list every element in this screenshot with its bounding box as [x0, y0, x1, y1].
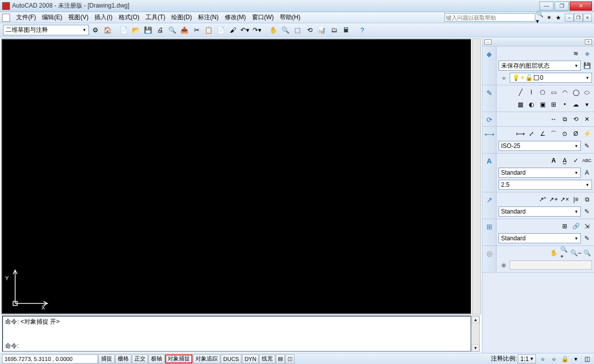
mleader-icon[interactable]: ↗° [537, 194, 548, 204]
layer-state-combo[interactable]: 未保存的图层状态 ▼ [499, 61, 581, 71]
dimension-tab-icon[interactable]: ⟷ [485, 130, 494, 139]
textheight-combo[interactable]: 2.5 ▼ [499, 180, 592, 190]
minimize-button[interactable]: — [539, 2, 554, 11]
panel-collapse-button[interactable]: – [484, 39, 491, 44]
properties-icon[interactable]: 📊 [316, 25, 327, 36]
mleader-add-icon[interactable]: ↗+ [549, 194, 559, 204]
menu-dimension[interactable]: 标注(N) [195, 12, 222, 23]
menu-help[interactable]: 帮助(H) [277, 12, 304, 23]
dyn-toggle[interactable]: DYN [242, 354, 259, 363]
menu-modify[interactable]: 修改(M) [222, 12, 249, 23]
layer-states-icon[interactable]: ≋ [571, 48, 581, 59]
table-tab-icon[interactable]: ⊞ [485, 222, 494, 231]
open-icon[interactable]: 📂 [130, 25, 141, 36]
dim-diameter-icon[interactable]: Ø [571, 129, 581, 139]
matchprop-icon[interactable]: 🖌 [227, 25, 238, 36]
ducs-toggle[interactable]: DUCS [221, 354, 241, 363]
dim-aligned-icon[interactable]: ⤢ [526, 129, 536, 139]
text-tab-icon[interactable]: A [485, 157, 494, 166]
ortho-toggle[interactable]: 正交 [132, 354, 148, 363]
search-icon[interactable]: 🔍▾ [535, 13, 544, 22]
grid-toggle[interactable]: 栅格 [115, 354, 131, 363]
designcenter-icon[interactable]: 🗂 [328, 25, 339, 36]
scroll-down-icon[interactable]: ▼ [472, 344, 479, 351]
revision-cloud-icon[interactable]: ☁ [571, 99, 581, 110]
ann-lock-icon[interactable]: 🔒 [560, 354, 570, 364]
ann-scale-combo[interactable]: 1:1 ▾ [518, 354, 536, 363]
mleaderstyle-edit-icon[interactable]: ✎ [582, 206, 592, 217]
hatch-icon[interactable]: ▦ [515, 99, 525, 110]
line-icon[interactable]: ╱ [515, 87, 525, 97]
table-extract-icon[interactable]: ⇲ [582, 221, 592, 231]
paste-icon[interactable]: 📄 [215, 25, 226, 36]
menu-edit[interactable]: 编辑(E) [39, 12, 65, 23]
redo-icon[interactable]: ↷▾ [252, 25, 263, 36]
tablestyle-combo[interactable]: Standard ▼ [499, 233, 581, 243]
rotate-icon[interactable]: ⟲ [571, 114, 581, 124]
textstyle-combo[interactable]: Standard ▼ [499, 168, 581, 178]
otrack-toggle[interactable]: 对象追踪 [193, 354, 220, 363]
textstyle-edit-icon[interactable]: A [582, 168, 592, 178]
mleader-collect-icon[interactable]: ⧉ [582, 194, 592, 204]
polygon-icon[interactable]: ⬠ [537, 87, 548, 97]
mleader-align-icon[interactable]: |≡ [571, 194, 581, 204]
dim-angular-icon[interactable]: ∠ [537, 129, 548, 139]
menu-view[interactable]: 视图(V) [65, 12, 91, 23]
tablestyle-edit-icon[interactable]: ✎ [582, 233, 592, 243]
menu-tools[interactable]: 工具(T) [142, 12, 168, 23]
scroll-up-icon[interactable]: ▲ [472, 316, 479, 323]
nav-pan-icon[interactable]: ✋ [549, 248, 559, 258]
command-scrollbar[interactable]: ▲ ▼ [471, 316, 480, 352]
layers-tab-icon[interactable]: ◆ [485, 49, 494, 59]
pline-icon[interactable]: ⌇ [526, 87, 536, 97]
point-icon[interactable]: • [560, 99, 570, 110]
dimstyle-combo[interactable]: ISO-25 ▼ [499, 141, 581, 151]
copy-obj-icon[interactable]: ⧉ [560, 114, 570, 124]
circle-icon[interactable]: ◯ [571, 87, 581, 97]
modify-tab-icon[interactable]: ⟳ [485, 115, 494, 124]
find-text-icon[interactable]: ABC [582, 155, 592, 166]
mtext-icon[interactable]: A [549, 155, 559, 166]
workspace-settings-icon[interactable]: ⚙ [90, 25, 101, 36]
dim-arc-icon[interactable]: ⌒ [549, 129, 559, 139]
rectangle-icon[interactable]: ▭ [549, 87, 559, 97]
app-menu-icon[interactable] [2, 14, 10, 22]
calculator-icon[interactable]: 🖩 [340, 25, 352, 36]
mdi-restore-button[interactable]: ❐ [574, 14, 583, 22]
maximize-button[interactable]: ❐ [555, 2, 569, 11]
ann-autoscale-icon[interactable]: ⟐ [537, 354, 548, 364]
close-button[interactable]: ✕ [570, 2, 592, 11]
ann-visibility-icon[interactable]: ⟐ [549, 354, 559, 364]
spellcheck-icon[interactable]: ✓ [571, 155, 581, 166]
arc-icon[interactable]: ◠ [560, 87, 570, 97]
nav-zoom-win-icon[interactable]: 🔍– [571, 248, 581, 258]
favorites-icon[interactable]: ★ [554, 13, 563, 22]
gradient-icon[interactable]: ◐ [526, 99, 536, 110]
dtext-icon[interactable]: A̲ [560, 155, 570, 166]
mleaderstyle-combo[interactable]: Standard ▼ [499, 206, 581, 217]
menu-file[interactable]: 文件(F) [13, 12, 39, 23]
more-draw-icon[interactable]: ▾ [582, 99, 592, 110]
publish-icon[interactable]: 📤 [179, 25, 190, 36]
nav-zoom-ext-icon[interactable]: 🔍+ [560, 248, 570, 258]
help-search-input[interactable] [444, 13, 535, 22]
coords-readout[interactable]: 1695.7273, 5.3110 , 0.0000 [2, 354, 98, 363]
navigate-tab-icon[interactable]: ◎ [485, 249, 494, 258]
nav-zoom-icon[interactable]: 🔍 [582, 248, 592, 258]
menu-draw[interactable]: 绘图(D) [168, 12, 195, 23]
mdi-minimize-button[interactable]: – [565, 14, 574, 22]
clean-screen-icon[interactable]: ◫ [582, 354, 592, 364]
mleader-remove-icon[interactable]: ↗× [560, 194, 570, 204]
toolpalette-icon[interactable]: 🏠 [102, 25, 113, 36]
draw-tab-icon[interactable]: ✎ [485, 88, 494, 97]
leader-tab-icon[interactable]: ↗ [485, 195, 494, 204]
model-paper-icon[interactable]: ▤ [276, 354, 285, 363]
menu-format[interactable]: 格式(O) [116, 12, 142, 23]
pan-icon[interactable]: ✋ [268, 25, 279, 36]
mdi-close-button[interactable]: × [583, 14, 592, 22]
new-icon[interactable]: 📄 [118, 25, 129, 36]
zoom-icon[interactable]: 🔍 [280, 25, 291, 36]
table-icon[interactable]: ⊞ [549, 99, 559, 110]
menu-insert[interactable]: 插入(I) [91, 12, 115, 23]
erase-icon[interactable]: ✕ [582, 114, 592, 124]
